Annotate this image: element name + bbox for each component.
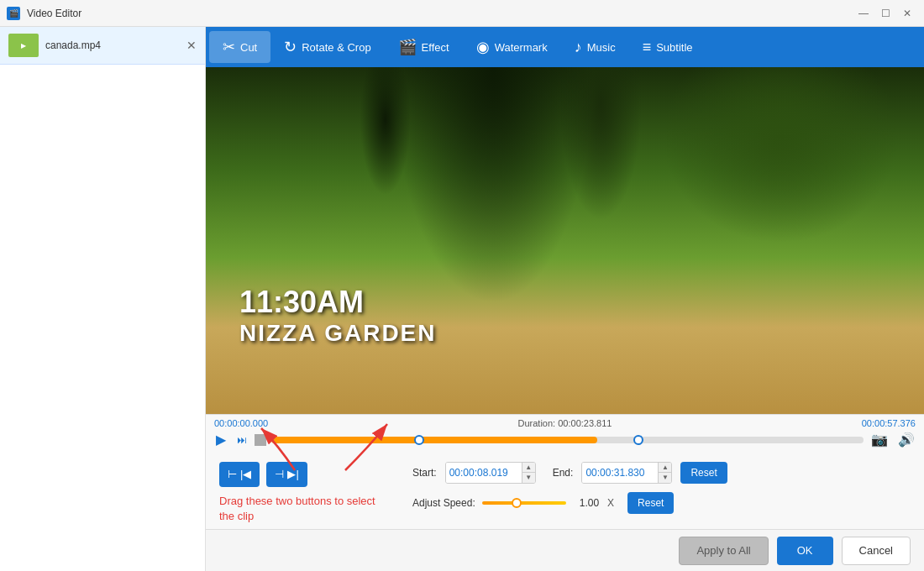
tab-effect-label: Effect — [422, 41, 449, 54]
title-bar: 🎬 Video Editor — ☐ ✕ — [0, 0, 924, 27]
speed-handle[interactable] — [512, 498, 522, 508]
start-end-row: Start: ▲ ▼ End: ▲ — [412, 462, 911, 484]
apply-to-all-button[interactable]: Apply to All — [679, 537, 768, 565]
cut-icon: ✂ — [223, 38, 235, 56]
tab-rotate[interactable]: ↻ Rotate & Crop — [270, 31, 384, 63]
stop-button[interactable] — [255, 434, 266, 446]
start-time-input[interactable] — [446, 463, 522, 483]
progress-fill — [271, 437, 597, 443]
lower-section: ⊢ |◀ ⊣ ▶| — [206, 457, 924, 529]
subtitle-icon: ≡ — [643, 39, 652, 56]
cancel-button[interactable]: Cancel — [842, 537, 911, 565]
tab-watermark[interactable]: ◉ Watermark — [463, 31, 561, 63]
volume-button[interactable]: 🔊 — [895, 432, 917, 448]
annotation-area: ⊢ |◀ ⊣ ▶| — [219, 462, 404, 524]
start-spin-up[interactable]: ▲ — [522, 463, 535, 473]
video-area: 11:30AM NIZZA GARDEN — [206, 67, 924, 414]
video-text: 11:30AM NIZZA GARDEN — [239, 285, 437, 347]
tab-bar: ✂ Cut ↻ Rotate & Crop 🎬 Effect ◉ Waterma… — [206, 27, 924, 67]
clip-start-handle[interactable] — [414, 435, 424, 445]
tab-watermark-label: Watermark — [495, 41, 548, 54]
file-name: canada.mp4 — [45, 39, 180, 51]
speed-label: Adjust Speed: — [412, 497, 475, 509]
progress-area: ▶ ⏭ 📷 🔊 — [213, 432, 917, 448]
minimize-button[interactable]: — — [853, 5, 874, 22]
app-icon: 🎬 — [7, 7, 20, 20]
end-label: End: — [553, 467, 574, 479]
content-area: ✂ Cut ↻ Rotate & Crop 🎬 Effect ◉ Waterma… — [206, 27, 924, 571]
music-icon: ♪ — [575, 39, 582, 56]
clip-start-icon: ⊢ — [228, 468, 237, 480]
tab-subtitle-label: Subtitle — [656, 41, 692, 54]
sidebar: ▶ canada.mp4 ✕ — [0, 27, 206, 571]
play-button[interactable]: ▶ — [213, 432, 229, 448]
tab-music-label: Music — [587, 41, 616, 54]
step-forward-button[interactable]: ⏭ — [234, 432, 249, 448]
clip-start-button[interactable]: ⊢ |◀ — [219, 462, 260, 487]
end-time-label: 00:00:57.376 — [862, 418, 916, 428]
tab-cut-label: Cut — [240, 41, 257, 54]
restore-button[interactable]: ☐ — [875, 5, 895, 22]
duration-label: Duration: 00:00:23.811 — [518, 418, 612, 428]
file-thumbnail: ▶ — [8, 34, 39, 57]
end-spin-up[interactable]: ▲ — [658, 463, 671, 473]
start-spin-buttons: ▲ ▼ — [522, 463, 535, 483]
drag-hint: Drag these two buttons to select the cli… — [219, 494, 387, 524]
speed-unit: X — [607, 497, 614, 509]
file-close-button[interactable]: ✕ — [186, 39, 197, 52]
right-controls: Start: ▲ ▼ End: ▲ — [412, 462, 911, 517]
ok-button[interactable]: OK — [777, 537, 833, 565]
action-bar: Apply to All OK Cancel — [206, 529, 924, 571]
tab-rotate-label: Rotate & Crop — [302, 41, 370, 54]
speed-row: Adjust Speed: 1.00 X Reset — [412, 489, 911, 517]
end-time-input-group: ▲ ▼ — [581, 462, 672, 484]
clip-end-button[interactable]: ⊣ ▶| — [266, 462, 307, 487]
clip-end-handle[interactable] — [633, 435, 643, 445]
tab-subtitle[interactable]: ≡ Subtitle — [629, 31, 706, 63]
end-spin-buttons: ▲ ▼ — [658, 463, 671, 483]
end-time-input[interactable] — [582, 463, 658, 483]
video-time-display: 11:30AM — [239, 285, 437, 320]
clip-end-icon: ⊣ — [275, 468, 284, 480]
video-frame: 11:30AM NIZZA GARDEN — [206, 67, 924, 414]
file-tab: ▶ canada.mp4 ✕ — [0, 27, 205, 65]
snapshot-button[interactable]: 📷 — [869, 432, 890, 448]
app-title: Video Editor — [27, 8, 81, 19]
window-controls: — ☐ ✕ — [853, 5, 917, 22]
start-time-label: 00:00:00.000 — [214, 418, 268, 428]
start-time-input-group: ▲ ▼ — [445, 462, 536, 484]
rotate-icon: ↻ — [284, 38, 297, 56]
time-row: 00:00:00.000 Duration: 00:00:23.811 00:0… — [213, 418, 917, 428]
start-spin-down[interactable]: ▼ — [522, 473, 535, 483]
tab-effect[interactable]: 🎬 Effect — [385, 31, 463, 63]
close-button[interactable]: ✕ — [897, 5, 917, 22]
speed-value: 1.00 — [580, 497, 599, 509]
clip-reset-button[interactable]: Reset — [680, 462, 727, 484]
end-spin-down[interactable]: ▼ — [658, 473, 671, 483]
start-label: Start: — [412, 467, 437, 479]
tab-cut[interactable]: ✂ Cut — [209, 31, 270, 63]
speed-reset-button[interactable]: Reset — [627, 492, 674, 514]
clip-buttons-row: ⊢ |◀ ⊣ ▶| — [219, 462, 404, 487]
effect-icon: 🎬 — [398, 38, 417, 56]
video-location-display: NIZZA GARDEN — [239, 320, 437, 347]
watermark-icon: ◉ — [476, 38, 490, 56]
progress-track[interactable] — [271, 437, 864, 443]
controls-bar: 00:00:00.000 Duration: 00:00:23.811 00:0… — [206, 414, 924, 457]
speed-track[interactable] — [482, 501, 566, 505]
tab-music[interactable]: ♪ Music — [561, 31, 629, 63]
